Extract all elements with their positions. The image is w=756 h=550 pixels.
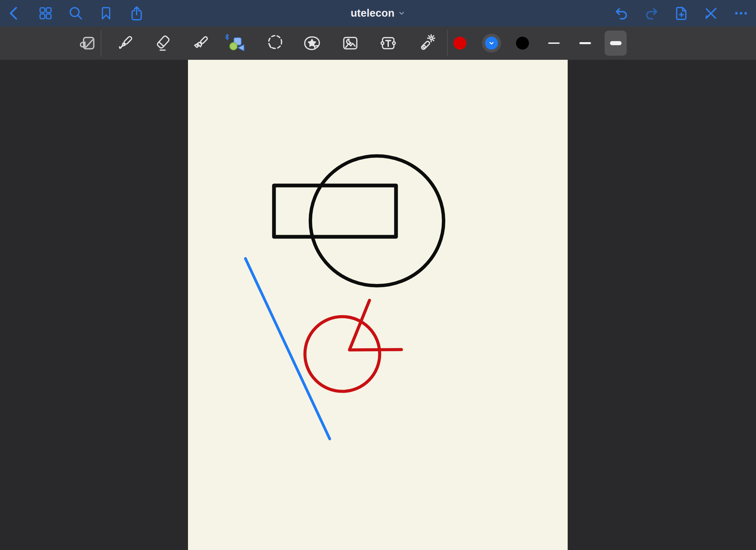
search-icon [68,5,84,21]
add-page-icon [674,5,689,21]
image-tool[interactable] [338,31,362,55]
stop-editing-button[interactable] [700,2,722,24]
chevron-back-icon [7,5,22,21]
toolbar-divider [101,30,101,56]
search-button[interactable] [65,2,87,24]
redo-icon [644,5,659,21]
selected-color-chevron-icon [489,40,494,46]
add-page-button[interactable] [671,2,692,24]
text-tool[interactable] [376,31,400,55]
document-title: utelecon [350,7,394,19]
more-options-button[interactable] [730,2,752,24]
canvas-area [0,60,756,550]
shape-triangle [238,45,244,51]
stroke-width-medium[interactable] [574,31,596,56]
share-button[interactable] [126,2,148,24]
laser-pointer-icon [417,34,436,53]
page-thumbnails-button[interactable] [35,2,56,24]
undo-icon [614,5,629,21]
chevron-down-icon [398,10,406,17]
pen-icon [116,34,135,53]
thick-stroke-sample [610,41,621,45]
eraser-tool[interactable] [151,31,175,55]
laser-pointer-tool[interactable] [415,31,439,55]
highlighter-tool[interactable] [189,31,213,55]
thumbnails-grid-icon [38,6,53,21]
medium-stroke-sample [579,42,591,44]
tool-bar [0,26,756,60]
bluetooth-icon [226,34,229,40]
pen-tool[interactable] [113,31,137,55]
back-button[interactable] [4,2,25,24]
page-preview-icon [78,34,97,52]
color-swatch-black[interactable] [516,37,529,50]
document-title-dropdown[interactable]: utelecon [350,7,405,19]
bookmark-button[interactable] [95,2,117,24]
share-icon [129,5,144,21]
thin-stroke-sample [548,42,560,44]
navigation-bar: utelecon [0,0,756,26]
lasso-tool[interactable] [263,31,287,55]
text-icon [379,34,398,53]
elements-sticker-icon [303,34,322,53]
shape-circle [230,42,237,50]
bookmark-icon [99,6,114,21]
color-swatch-blue[interactable] [485,37,498,50]
page-preview-tool[interactable] [75,31,100,55]
redo-button[interactable] [641,2,663,24]
shapes-tool-icon [224,31,249,56]
pen-cross-icon [703,5,719,21]
notebook-page[interactable] [188,60,568,550]
toolbar-divider [447,30,448,56]
lasso-icon [265,34,285,53]
stroke-width-thick[interactable] [605,31,627,56]
stroke-width-thin[interactable] [543,31,565,56]
undo-button[interactable] [611,2,632,24]
ellipsis-icon [734,6,749,21]
color-swatch-red[interactable] [453,37,466,50]
elements-tool[interactable] [300,31,324,55]
highlighter-icon [191,34,210,53]
image-icon [341,34,360,53]
shapes-tool[interactable] [224,31,249,55]
eraser-icon [153,34,172,53]
